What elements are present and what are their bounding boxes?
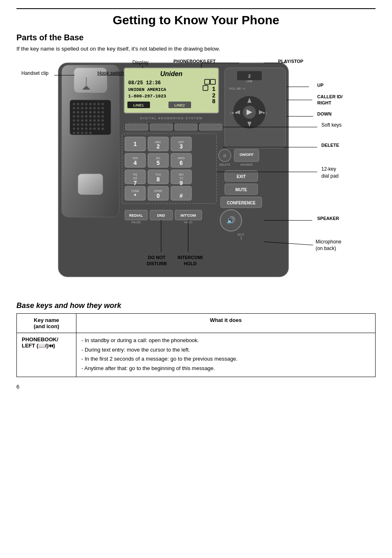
svg-text:MNO: MNO	[178, 157, 185, 160]
svg-text:2: 2	[212, 93, 215, 99]
svg-point-9	[85, 103, 88, 105]
svg-point-25	[85, 111, 88, 113]
svg-text:0: 0	[157, 192, 160, 199]
svg-rect-140	[219, 149, 231, 162]
svg-marker-91	[247, 98, 251, 103]
label-handset-clip: Handset clip	[21, 70, 48, 76]
svg-text:PAUSE: PAUSE	[131, 221, 141, 224]
table-header-whatitdoes: What it does	[76, 314, 376, 333]
svg-text:TUV: TUV	[155, 173, 161, 176]
svg-point-19	[93, 107, 96, 109]
svg-point-53	[101, 123, 104, 126]
svg-text:9: 9	[180, 180, 183, 186]
table-cell-description: - In standby or during a call: open the …	[76, 333, 376, 377]
svg-text:DELETE: DELETE	[219, 163, 231, 166]
svg-rect-104	[125, 137, 145, 151]
label-down: DOWN	[317, 111, 332, 116]
svg-text:VOL  ME +/-: VOL ME +/-	[229, 87, 246, 90]
svg-rect-155	[150, 210, 173, 220]
svg-rect-148	[225, 184, 258, 194]
svg-text:EXIT: EXIT	[237, 174, 246, 179]
svg-text:PQ: PQ	[133, 173, 138, 176]
page-number: 6	[16, 384, 376, 390]
svg-point-42	[89, 119, 92, 122]
svg-rect-71	[205, 79, 210, 84]
svg-point-46	[73, 123, 75, 126]
svg-text:#: #	[180, 192, 183, 199]
svg-line-177	[264, 242, 313, 245]
svg-rect-102	[199, 124, 222, 130]
label-hook-switch: Hook switch	[97, 70, 124, 76]
svg-point-58	[89, 127, 92, 130]
svg-text:3: 3	[180, 143, 183, 150]
svg-point-62	[73, 132, 75, 134]
svg-text:ABC: ABC	[155, 141, 161, 144]
svg-point-32	[81, 115, 83, 118]
svg-rect-100	[150, 124, 173, 130]
svg-rect-68	[124, 68, 219, 113]
svg-rect-128	[171, 170, 191, 184]
section1-heading: Parts of the Base	[16, 33, 376, 42]
svg-point-18	[89, 107, 92, 109]
page-title: Getting to Know Your Phone	[16, 13, 376, 27]
svg-text:1: 1	[212, 86, 215, 93]
svg-text:|◄◄: |◄◄	[230, 111, 238, 115]
svg-text:JKL: JKL	[156, 157, 161, 160]
svg-text:LINE2: LINE2	[174, 103, 185, 107]
svg-text:►|: ►|	[263, 111, 267, 115]
base-keys-table: Key name(and icon) What it does PHONEBOO…	[16, 313, 376, 377]
svg-point-26	[89, 111, 92, 113]
svg-rect-152	[125, 210, 148, 220]
svg-text:🔊: 🔊	[226, 216, 236, 225]
svg-rect-106	[148, 137, 168, 151]
svg-point-54	[73, 127, 75, 130]
svg-rect-125	[148, 170, 168, 184]
svg-rect-85	[237, 71, 262, 80]
svg-marker-95	[247, 109, 252, 115]
svg-text:8: 8	[212, 98, 215, 105]
svg-text:DIGITAL ANSWERING SYSTEM: DIGITAL ANSWERING SYSTEM	[140, 116, 203, 120]
svg-point-8	[81, 103, 83, 105]
label-up: UP	[317, 83, 323, 88]
svg-text:REDIAL: REDIAL	[129, 213, 143, 218]
svg-point-30	[73, 115, 75, 118]
svg-point-55	[77, 127, 79, 130]
svg-point-14	[73, 107, 75, 109]
svg-rect-132	[125, 186, 145, 200]
svg-text:OPER: OPER	[154, 190, 162, 192]
svg-point-65	[85, 132, 88, 134]
svg-rect-81	[168, 102, 191, 108]
svg-point-50	[89, 123, 92, 126]
svg-point-28	[97, 111, 100, 113]
label-speaker: SPEAKER	[317, 216, 339, 221]
svg-text:1: 1	[134, 141, 137, 147]
svg-text:RS: RS	[133, 177, 137, 180]
svg-rect-101	[175, 124, 197, 130]
svg-point-33	[85, 115, 88, 118]
svg-rect-118	[171, 153, 191, 167]
svg-rect-121	[125, 170, 145, 184]
svg-point-60	[97, 127, 100, 130]
svg-text:2: 2	[157, 143, 160, 150]
svg-rect-138	[171, 186, 191, 200]
svg-point-44	[97, 119, 100, 122]
svg-point-66	[89, 132, 92, 134]
svg-text:LINE: LINE	[246, 80, 253, 83]
svg-text:DEF: DEF	[178, 141, 184, 144]
svg-text:WX: WX	[179, 173, 184, 176]
svg-text:MIC: MIC	[238, 233, 245, 236]
svg-rect-1	[62, 65, 119, 217]
label-phonebook-left: PHONEBOOK/LEFT	[173, 59, 216, 64]
svg-text:6: 6	[180, 160, 183, 166]
svg-point-10	[89, 103, 92, 105]
svg-rect-112	[125, 153, 145, 167]
svg-point-11	[93, 103, 96, 105]
label-12key: 12-key	[321, 166, 336, 172]
svg-rect-98	[124, 123, 223, 132]
svg-point-45	[101, 119, 104, 122]
svg-rect-115	[148, 153, 168, 167]
svg-point-43	[93, 119, 96, 122]
svg-rect-0	[58, 63, 288, 277]
svg-rect-135	[148, 186, 168, 200]
svg-point-29	[101, 111, 104, 113]
